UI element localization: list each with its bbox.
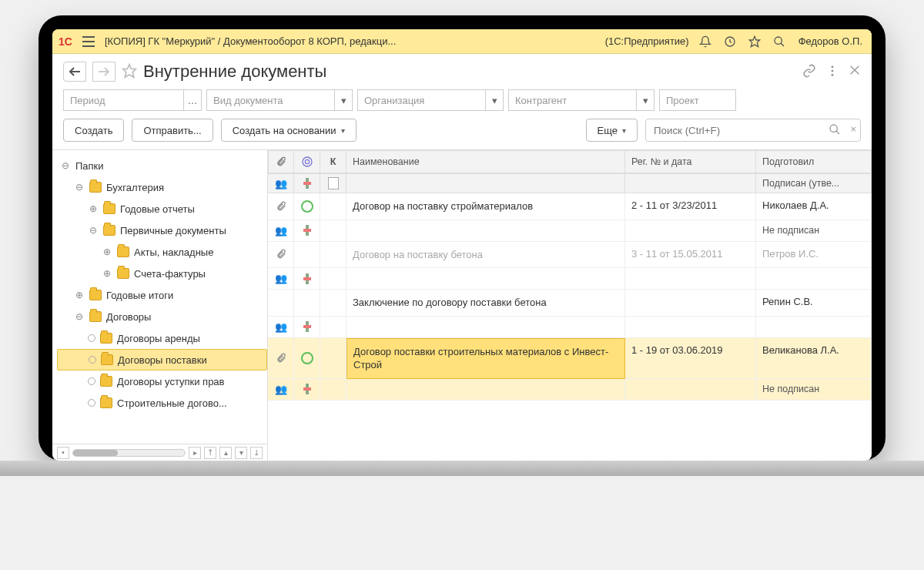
table-row-sub[interactable]: 👥: [268, 268, 872, 290]
tree-nav-footer: • ▸ ⤒ ▴ ▾ ⤓: [52, 444, 267, 461]
folder-icon: [89, 290, 102, 300]
clear-icon[interactable]: ×: [850, 123, 856, 135]
favorite-icon[interactable]: [122, 63, 137, 81]
svg-point-7: [830, 125, 837, 132]
col-reg[interactable]: Рег. № и дата: [625, 150, 756, 173]
nav-right-icon[interactable]: ▸: [189, 447, 201, 459]
up-icon[interactable]: ▴: [219, 447, 232, 459]
col-people[interactable]: 👥: [268, 173, 294, 193]
tree-item[interactable]: ⊖Первичные документы: [57, 220, 267, 241]
tree-root[interactable]: ⊖Папки: [57, 155, 267, 176]
table-row[interactable]: Договор на поставку бетона3 - 11 от 15.0…: [268, 242, 872, 269]
create-based-on-button[interactable]: Создать на основании▾: [221, 119, 357, 142]
filter-project[interactable]: Проект: [659, 89, 736, 111]
svg-point-4: [832, 65, 834, 68]
svg-point-2: [775, 37, 782, 44]
filter-bar: Период … Вид документа ▾ Организация ▾ К…: [52, 86, 872, 114]
filter-counterparty[interactable]: Контрагент ▾: [508, 89, 654, 111]
col-doc[interactable]: [320, 173, 346, 193]
svg-point-9: [305, 159, 309, 163]
command-bar: Создать Отправить... Создать на основани…: [52, 114, 872, 149]
tree-item[interactable]: Договоры уступки прав: [57, 370, 267, 392]
table-row[interactable]: Заключение по договору поставки бетонаРе…: [268, 290, 872, 317]
table-row-sub[interactable]: 👥Не подписан: [268, 379, 872, 401]
svg-point-5: [832, 69, 834, 72]
col-name[interactable]: Наименование: [346, 150, 625, 173]
folder-tree: ⊖Папки⊖Бухгалтерия⊕Годовые отчеты⊖Первич…: [52, 150, 267, 444]
col-stamp[interactable]: [294, 150, 320, 173]
tree-item[interactable]: ⊕Годовые отчеты: [57, 198, 267, 220]
page-title: Внутренние документы: [143, 62, 796, 82]
svg-marker-3: [123, 64, 136, 77]
filter-organization[interactable]: Организация ▾: [357, 89, 504, 111]
horizontal-scrollbar[interactable]: [72, 449, 186, 457]
close-icon[interactable]: [849, 64, 861, 80]
nav-forward-button[interactable]: [92, 62, 116, 82]
folder-icon: [117, 268, 129, 279]
star-icon[interactable]: [746, 33, 763, 50]
create-button[interactable]: Создать: [63, 119, 124, 142]
kebab-icon[interactable]: [825, 64, 839, 80]
folder-icon: [117, 246, 129, 257]
tree-item[interactable]: Строительные догово...: [57, 392, 267, 414]
search-icon[interactable]: [829, 123, 841, 138]
page-header: Внутренние документы: [52, 54, 872, 86]
window-title: [КОПИЯ] ГК "Меркурий" / Документооборот …: [105, 35, 598, 47]
folder-icon: [100, 397, 112, 408]
table-row-sub[interactable]: 👥Не подписан: [268, 220, 872, 242]
nav-dot[interactable]: •: [57, 447, 69, 459]
filter-doc-type[interactable]: Вид документа ▾: [206, 89, 353, 111]
svg-marker-1: [749, 36, 759, 46]
tree-item[interactable]: Договоры аренды: [57, 327, 267, 349]
svg-point-6: [832, 73, 834, 75]
user-name[interactable]: Федоров О.П.: [795, 35, 865, 47]
folder-icon: [100, 376, 112, 387]
platform-label: (1С:Предприятие): [605, 35, 689, 47]
history-icon[interactable]: [721, 33, 738, 50]
chevron-down-icon[interactable]: ▾: [637, 95, 654, 106]
table-row[interactable]: Договор поставки строительных материалов…: [268, 338, 872, 379]
svg-point-8: [303, 157, 312, 166]
document-table: К Наименование Рег. № и дата Подготовил …: [268, 150, 872, 461]
titlebar: 1C [КОПИЯ] ГК "Меркурий" / Документообор…: [52, 29, 872, 54]
folder-icon: [101, 354, 113, 365]
down-icon[interactable]: ▾: [235, 447, 247, 459]
col-signed[interactable]: Подписан (утве...: [756, 173, 872, 193]
col-category[interactable]: К: [320, 150, 346, 173]
tree-item[interactable]: Договоры поставки: [57, 349, 267, 370]
col-author[interactable]: Подготовил: [756, 150, 872, 173]
tree-item[interactable]: ⊖Договоры: [57, 306, 267, 327]
folder-icon: [103, 225, 116, 236]
folder-icon: [103, 203, 116, 214]
folder-icon: [89, 311, 102, 322]
link-icon[interactable]: [802, 64, 816, 80]
col-route[interactable]: [294, 173, 320, 193]
app-logo: 1C: [59, 35, 72, 48]
laptop-frame: 1C [КОПИЯ] ГК "Меркурий" / Документообор…: [38, 15, 886, 461]
folder-icon: [89, 182, 102, 193]
expand-down-icon[interactable]: ⤓: [250, 447, 263, 459]
tree-item[interactable]: ⊕Годовые итоги: [57, 284, 267, 306]
folder-icon: [100, 333, 112, 344]
tree-item[interactable]: ⊖Бухгалтерия: [57, 176, 267, 198]
bell-icon[interactable]: [697, 33, 714, 50]
chevron-down-icon[interactable]: ▾: [335, 95, 352, 106]
filter-period[interactable]: Период …: [63, 89, 202, 111]
search-icon[interactable]: [771, 33, 788, 50]
app-window: 1C [КОПИЯ] ГК "Меркурий" / Документообор…: [52, 29, 872, 461]
search-input[interactable]: ×: [645, 119, 861, 142]
table-row[interactable]: Договор на поставку стройматериалов2 - 1…: [268, 193, 872, 220]
table-row-sub[interactable]: 👥: [268, 317, 872, 338]
nav-back-button[interactable]: [63, 62, 86, 82]
tree-item[interactable]: ⊕Акты, накладные: [57, 241, 267, 263]
tree-item[interactable]: ⊕Счета-фактуры: [57, 263, 267, 284]
more-button[interactable]: Еще▾: [586, 119, 638, 142]
chevron-down-icon[interactable]: ▾: [486, 95, 503, 106]
collapse-up-icon[interactable]: ⤒: [204, 447, 216, 459]
send-button[interactable]: Отправить...: [132, 119, 213, 142]
col-attachment[interactable]: [268, 150, 294, 173]
ellipsis-icon[interactable]: …: [184, 95, 201, 106]
menu-icon[interactable]: [80, 33, 97, 50]
folder-tree-panel: ⊖Папки⊖Бухгалтерия⊕Годовые отчеты⊖Первич…: [52, 150, 268, 461]
